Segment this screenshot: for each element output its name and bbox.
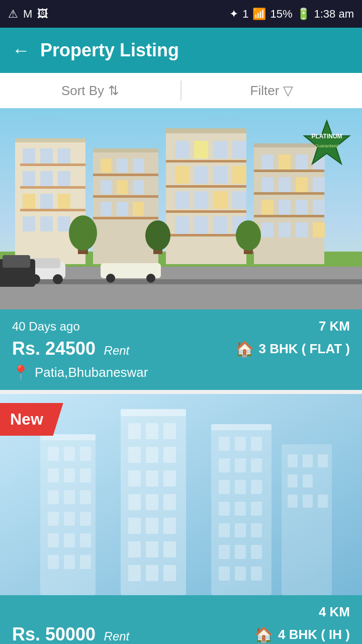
card-image-2: New	[0, 394, 362, 595]
svg-rect-19	[20, 164, 85, 166]
svg-rect-113	[64, 533, 75, 547]
svg-rect-54	[166, 160, 246, 163]
sort-label: Sort By	[61, 83, 104, 99]
svg-rect-119	[121, 409, 186, 416]
svg-rect-102	[80, 447, 91, 461]
svg-rect-71	[313, 200, 325, 215]
svg-rect-111	[80, 512, 91, 526]
property-card-2[interactable]: New 4 KM Rs. 50000 Rent 🏠 4 BHK ( IH ) �	[0, 394, 362, 644]
svg-rect-169	[303, 474, 313, 488]
svg-rect-167	[318, 454, 328, 467]
svg-rect-72	[261, 222, 274, 237]
svg-rect-51	[194, 216, 208, 234]
svg-rect-46	[175, 191, 189, 209]
property-card-1[interactable]: PLATINUM Guaranteed 40 Days ago 7 KM Rs.…	[0, 108, 362, 390]
svg-rect-73	[279, 222, 291, 237]
svg-point-90	[106, 274, 115, 283]
svg-rect-121	[146, 423, 158, 439]
battery-alert-icon: ⚠	[8, 8, 18, 21]
svg-rect-27	[101, 180, 112, 194]
svg-rect-24	[101, 158, 112, 173]
svg-rect-149	[219, 480, 230, 494]
location-pin-icon-1: 📍	[12, 364, 30, 381]
svg-rect-105	[80, 468, 91, 482]
card-location-row-1: 📍 Patia,Bhubaneswar	[12, 364, 350, 381]
svg-rect-9	[58, 148, 70, 164]
svg-rect-52	[213, 216, 227, 234]
filter-icon: ▽	[283, 83, 293, 99]
svg-rect-157	[251, 523, 262, 537]
svg-rect-126	[128, 470, 141, 487]
svg-rect-165	[288, 454, 298, 467]
card-image-1: PLATINUM Guaranteed	[0, 108, 362, 309]
svg-rect-143	[219, 437, 230, 451]
svg-rect-150	[235, 480, 246, 494]
svg-rect-106	[48, 490, 59, 504]
svg-rect-172	[318, 495, 328, 508]
svg-rect-132	[128, 518, 141, 534]
card-meta-row-2: 4 KM	[12, 604, 350, 620]
svg-rect-28	[117, 180, 128, 194]
price-section-1: Rs. 24500 Rent	[12, 338, 129, 359]
svg-rect-109	[48, 512, 59, 526]
svg-point-82	[145, 220, 170, 251]
svg-rect-43	[194, 166, 208, 184]
svg-rect-17	[40, 216, 53, 231]
svg-rect-166	[303, 454, 313, 467]
svg-rect-69	[279, 200, 291, 215]
filter-button[interactable]: Filter ▽	[182, 73, 362, 108]
sort-icon: ⇅	[108, 83, 119, 99]
svg-rect-160	[251, 545, 262, 559]
svg-rect-34	[93, 195, 158, 198]
svg-rect-153	[235, 502, 246, 516]
house-icon-1: 🏠	[235, 340, 254, 358]
svg-rect-30	[101, 202, 112, 216]
svg-rect-107	[64, 490, 75, 504]
svg-rect-49	[232, 191, 246, 209]
svg-rect-26	[133, 158, 144, 173]
battery-percent: 15%	[270, 8, 292, 21]
distance-2: 4 KM	[319, 604, 350, 620]
svg-rect-161	[219, 567, 230, 581]
svg-rect-103	[48, 468, 59, 482]
svg-rect-68	[261, 200, 274, 215]
svg-rect-31	[117, 202, 128, 216]
svg-rect-152	[219, 502, 230, 516]
svg-rect-137	[163, 541, 176, 557]
network-icon: 1	[242, 8, 248, 21]
svg-rect-8	[40, 148, 53, 164]
filter-label: Filter	[250, 83, 280, 99]
svg-rect-57	[166, 234, 246, 236]
svg-rect-114	[80, 533, 91, 547]
card-price-row-2: Rs. 50000 Rent 🏠 4 BHK ( IH )	[12, 624, 350, 644]
svg-rect-70	[296, 200, 308, 215]
svg-rect-32	[133, 202, 144, 216]
svg-rect-117	[80, 555, 91, 569]
svg-rect-45	[232, 166, 246, 184]
svg-rect-6	[15, 138, 85, 142]
svg-rect-11	[40, 171, 53, 186]
platinum-badge: PLATINUM Guaranteed	[302, 118, 352, 169]
svg-rect-44	[213, 166, 227, 184]
svg-rect-144	[235, 437, 246, 451]
house-icon-2: 🏠	[254, 626, 273, 643]
svg-rect-39	[194, 141, 208, 158]
svg-rect-104	[64, 468, 75, 482]
back-button[interactable]: ←	[12, 40, 30, 61]
svg-rect-42	[175, 166, 189, 184]
svg-rect-64	[261, 177, 274, 192]
sort-filter-bar: Sort By ⇅ Filter ▽	[0, 73, 362, 108]
image-icon: 🖼	[37, 8, 48, 21]
svg-rect-100	[48, 447, 59, 461]
svg-marker-94	[304, 121, 349, 164]
svg-rect-21	[20, 209, 85, 211]
svg-text:Guaranteed: Guaranteed	[315, 143, 339, 148]
svg-rect-78	[254, 215, 324, 217]
svg-rect-131	[163, 494, 176, 510]
svg-rect-130	[146, 494, 158, 510]
card-info-2: 4 KM Rs. 50000 Rent 🏠 4 BHK ( IH ) 📍 Bar…	[0, 595, 362, 644]
svg-rect-23	[93, 148, 158, 152]
svg-rect-10	[23, 171, 35, 186]
sort-by-button[interactable]: Sort By ⇅	[0, 73, 180, 108]
svg-rect-37	[166, 128, 246, 133]
